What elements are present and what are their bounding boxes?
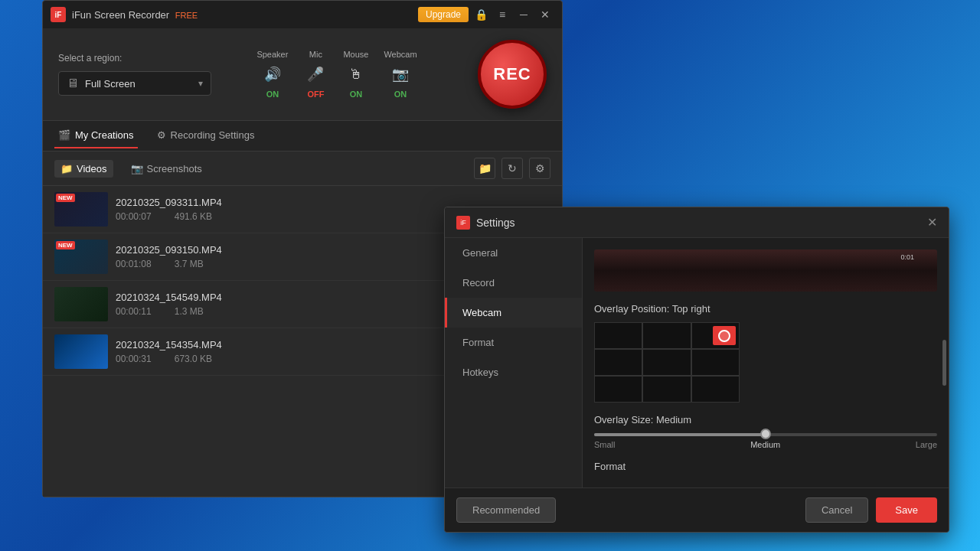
grid-cell-mr	[691, 349, 740, 376]
mouse-status: ON	[350, 90, 363, 99]
cancel-button[interactable]: Cancel	[805, 497, 868, 523]
toolbar-left: Select a region: 🖥 Full Screen ▾	[58, 53, 211, 96]
webcam-icon: 📷	[388, 62, 413, 86]
open-folder-button[interactable]: 📁	[474, 158, 495, 179]
sub-tab-actions: 📁 ↻ ⚙	[474, 158, 550, 179]
mic-label: Mic	[309, 50, 322, 59]
settings-button[interactable]: ⚙	[529, 158, 550, 179]
overlay-position-label: Overlay Position: Top right	[594, 303, 937, 315]
recommended-button[interactable]: Recommended	[456, 497, 556, 523]
save-button[interactable]: Save	[876, 497, 937, 523]
dialog-body: General Record Webcam Format Hotkeys 0:0…	[445, 238, 949, 487]
title-bar-left: iF iFun Screen Recorder FREE	[51, 7, 198, 22]
overlay-size-slider[interactable]: Small Medium Large	[594, 433, 937, 449]
file-duration: 00:00:31	[116, 354, 152, 364]
overlay-size-label: Overlay Size: Medium	[594, 414, 937, 425]
file-thumbnail	[54, 287, 108, 321]
sub-tab-videos[interactable]: 📁 Videos	[54, 160, 113, 178]
file-size: 3.7 MB	[175, 259, 204, 269]
grid-cell-tc	[642, 322, 691, 349]
tabs-bar: 🎬 My Creations ⚙ Recording Settings	[43, 121, 562, 152]
position-grid[interactable]	[594, 322, 740, 403]
webcam-control[interactable]: Webcam 📷 ON	[384, 50, 416, 99]
grid-cell-mc	[642, 349, 691, 376]
file-size: 491.6 KB	[175, 211, 212, 222]
mic-control[interactable]: Mic 🎤 OFF	[303, 50, 328, 99]
dialog-sidebar: General Record Webcam Format Hotkeys	[445, 238, 583, 487]
file-duration: 00:00:11	[116, 306, 152, 317]
sub-tab-screenshots[interactable]: 📷 Screenshots	[125, 160, 208, 178]
title-bar: iF iFun Screen Recorder FREE Upgrade 🔒 ≡…	[43, 1, 562, 28]
rec-label: REC	[493, 64, 531, 84]
slider-label-medium: Medium	[750, 440, 780, 449]
file-thumbnail: NEW	[54, 192, 108, 227]
dialog-close-button[interactable]: ✕	[927, 215, 937, 230]
new-badge: NEW	[56, 194, 75, 202]
menu-item-format[interactable]: Format	[445, 328, 582, 357]
grid-cell-ml	[594, 349, 642, 376]
position-indicator-icon	[718, 330, 730, 342]
minimize-button[interactable]: ─	[514, 5, 533, 24]
select-region-label: Select a region:	[58, 53, 211, 64]
grid-cell-bc	[642, 376, 691, 403]
slider-label-small: Small	[594, 440, 616, 449]
menu-item-webcam[interactable]: Webcam	[445, 298, 582, 328]
settings-dialog: iF Settings ✕ General Record Webcam Form…	[444, 207, 949, 533]
dialog-title-bar: iF Settings ✕	[445, 207, 949, 238]
slider-thumb	[760, 429, 771, 439]
dialog-footer: Recommended Cancel Save	[445, 487, 949, 532]
free-badge: FREE	[175, 11, 198, 20]
app-icon: iF	[51, 7, 66, 22]
slider-track	[594, 433, 937, 436]
chevron-down-icon: ▾	[198, 78, 203, 89]
grid-cell-br	[691, 376, 740, 403]
mouse-control[interactable]: Mouse 🖱 ON	[343, 50, 368, 99]
monitor-icon: 🖥	[67, 77, 79, 90]
refresh-button[interactable]: ↻	[501, 158, 523, 179]
close-button[interactable]: ✕	[536, 5, 554, 24]
footer-right: Cancel Save	[805, 497, 937, 523]
lock-button[interactable]: 🔒	[472, 5, 490, 24]
mouse-icon: 🖱	[344, 62, 368, 86]
region-value: Full Screen	[85, 78, 198, 90]
recording-settings-icon: ⚙	[157, 129, 166, 141]
speaker-icon: 🔊	[260, 62, 285, 86]
mic-status: OFF	[307, 90, 324, 99]
menu-item-general[interactable]: General	[445, 238, 582, 268]
slider-fill	[594, 433, 766, 436]
dialog-content: 0:01 Overlay Position: Top right	[583, 238, 949, 487]
scrollbar-indicator[interactable]	[942, 340, 946, 386]
webcam-time-indicator: 0:01	[900, 253, 914, 261]
file-size: 673.0 KB	[175, 354, 212, 364]
file-thumbnail	[54, 334, 108, 369]
toolbar: Select a region: 🖥 Full Screen ▾ Speaker…	[43, 28, 562, 121]
speaker-status: ON	[266, 90, 279, 99]
region-selector[interactable]: 🖥 Full Screen ▾	[58, 71, 211, 96]
webcam-status: ON	[394, 90, 407, 99]
screenshots-icon: 📷	[131, 163, 143, 174]
grid-cell-tl	[594, 322, 642, 349]
menu-item-record[interactable]: Record	[445, 268, 582, 298]
rec-button[interactable]: REC	[478, 40, 547, 109]
file-duration: 00:01:08	[116, 259, 152, 269]
menu-item-hotkeys[interactable]: Hotkeys	[445, 357, 582, 387]
dialog-title-content: iF Settings	[456, 216, 515, 230]
upgrade-button[interactable]: Upgrade	[418, 7, 469, 22]
slider-labels: Small Medium Large	[594, 440, 937, 449]
grid-cell-bl	[594, 376, 642, 403]
position-indicator-top-right	[713, 326, 736, 345]
tab-recording-settings[interactable]: ⚙ Recording Settings	[153, 123, 259, 148]
slider-label-large: Large	[916, 440, 937, 449]
tab-my-creations[interactable]: 🎬 My Creations	[54, 123, 138, 148]
mouse-label: Mouse	[343, 50, 368, 59]
controls-row: Speaker 🔊 ON Mic 🎤 OFF Mouse 🖱 ON Webcam…	[256, 50, 416, 99]
new-badge: NEW	[56, 241, 75, 249]
file-duration: 00:00:07	[116, 211, 152, 222]
file-size: 1.3 MB	[175, 306, 204, 317]
webcam-label: Webcam	[384, 50, 416, 59]
hamburger-button[interactable]: ≡	[493, 5, 511, 24]
speaker-control[interactable]: Speaker 🔊 ON	[256, 50, 288, 99]
dialog-title-text: Settings	[476, 217, 515, 229]
format-section-label: Format	[594, 461, 937, 472]
dialog-icon: iF	[456, 216, 470, 230]
